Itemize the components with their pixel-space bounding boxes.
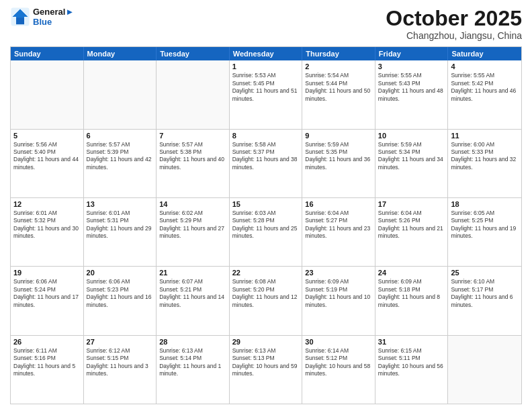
day-number: 8: [232, 132, 300, 140]
cell-info: Sunrise: 6:15 AMSunset: 5:11 PMDaylight:…: [378, 347, 443, 377]
day-number: 21: [159, 269, 226, 277]
calendar-cell-2-4: 16 Sunrise: 6:04 AMSunset: 5:27 PMDaylig…: [302, 198, 375, 266]
calendar-cell-3-2: 21 Sunrise: 6:07 AMSunset: 5:21 PMDaylig…: [157, 267, 230, 334]
calendar-cell-0-5: 3 Sunrise: 5:55 AMSunset: 5:43 PMDayligh…: [375, 60, 449, 128]
cell-info: Sunrise: 6:10 AMSunset: 5:17 PMDaylight:…: [451, 278, 513, 308]
calendar-header: Sunday Monday Tuesday Wednesday Thursday…: [11, 47, 521, 60]
day-number: 24: [378, 269, 445, 277]
logo-text: General► Blue: [33, 7, 74, 27]
calendar-cell-1-0: 5 Sunrise: 5:56 AMSunset: 5:40 PMDayligh…: [11, 130, 84, 197]
calendar-cell-1-3: 8 Sunrise: 5:58 AMSunset: 5:37 PMDayligh…: [230, 130, 303, 197]
logo-icon: [10, 7, 30, 27]
header-saturday: Saturday: [448, 47, 521, 60]
day-number: 13: [87, 200, 154, 208]
day-number: 17: [378, 200, 445, 208]
day-number: 9: [305, 132, 372, 140]
day-number: 31: [378, 338, 445, 346]
calendar-cell-0-6: 4 Sunrise: 5:55 AMSunset: 5:42 PMDayligh…: [448, 60, 521, 128]
calendar-cell-0-0: [11, 60, 84, 128]
header-wednesday: Wednesday: [230, 47, 303, 60]
cell-info: Sunrise: 5:53 AMSunset: 5:45 PMDaylight:…: [232, 72, 298, 101]
calendar-cell-1-6: 11 Sunrise: 6:00 AMSunset: 5:33 PMDaylig…: [448, 130, 521, 197]
header-sunday: Sunday: [11, 47, 84, 60]
day-number: 7: [159, 132, 226, 140]
day-number: 26: [13, 338, 81, 346]
cell-info: Sunrise: 6:09 AMSunset: 5:18 PMDaylight:…: [378, 278, 440, 308]
title-block: October 2025 Changzhou, Jiangsu, China: [386, 7, 522, 41]
cell-info: Sunrise: 6:13 AMSunset: 5:13 PMDaylight:…: [232, 347, 298, 377]
cell-info: Sunrise: 5:55 AMSunset: 5:42 PMDaylight:…: [451, 72, 516, 101]
header-monday: Monday: [84, 47, 157, 60]
day-number: 4: [451, 62, 519, 71]
cell-info: Sunrise: 6:03 AMSunset: 5:28 PMDaylight:…: [232, 210, 298, 239]
cell-info: Sunrise: 6:08 AMSunset: 5:20 PMDaylight:…: [232, 278, 298, 308]
day-number: 19: [13, 269, 81, 277]
cell-info: Sunrise: 6:05 AMSunset: 5:25 PMDaylight:…: [451, 210, 516, 239]
calendar-cell-3-3: 22 Sunrise: 6:08 AMSunset: 5:20 PMDaylig…: [230, 267, 303, 334]
cell-info: Sunrise: 5:56 AMSunset: 5:40 PMDaylight:…: [13, 141, 79, 171]
cell-info: Sunrise: 6:14 AMSunset: 5:12 PMDaylight:…: [305, 347, 370, 377]
calendar-row-0: 1 Sunrise: 5:53 AMSunset: 5:45 PMDayligh…: [11, 60, 521, 129]
calendar-cell-0-4: 2 Sunrise: 5:54 AMSunset: 5:44 PMDayligh…: [302, 60, 375, 128]
logo: General► Blue: [10, 7, 74, 27]
calendar-cell-4-0: 26 Sunrise: 6:11 AMSunset: 5:16 PMDaylig…: [11, 336, 84, 404]
calendar-row-4: 26 Sunrise: 6:11 AMSunset: 5:16 PMDaylig…: [11, 336, 521, 404]
day-number: 11: [451, 132, 519, 140]
cell-info: Sunrise: 6:13 AMSunset: 5:14 PMDaylight:…: [159, 347, 221, 377]
calendar-cell-2-0: 12 Sunrise: 6:01 AMSunset: 5:32 PMDaylig…: [11, 198, 84, 266]
page: General► Blue October 2025 Changzhou, Ji…: [0, 0, 532, 411]
day-number: 14: [159, 200, 226, 208]
calendar-cell-3-1: 20 Sunrise: 6:06 AMSunset: 5:23 PMDaylig…: [84, 267, 157, 334]
day-number: 6: [87, 132, 154, 140]
header-friday: Friday: [375, 47, 449, 60]
day-number: 3: [378, 62, 445, 71]
calendar-cell-4-3: 29 Sunrise: 6:13 AMSunset: 5:13 PMDaylig…: [230, 336, 303, 404]
calendar-body: 1 Sunrise: 5:53 AMSunset: 5:45 PMDayligh…: [11, 60, 521, 404]
calendar-cell-1-4: 9 Sunrise: 5:59 AMSunset: 5:35 PMDayligh…: [302, 130, 375, 197]
cell-info: Sunrise: 6:02 AMSunset: 5:29 PMDaylight:…: [159, 210, 224, 239]
header-thursday: Thursday: [302, 47, 375, 60]
calendar-cell-1-2: 7 Sunrise: 5:57 AMSunset: 5:38 PMDayligh…: [157, 130, 230, 197]
day-number: 29: [232, 338, 300, 346]
calendar-cell-4-6: [448, 336, 521, 404]
cell-info: Sunrise: 5:55 AMSunset: 5:43 PMDaylight:…: [378, 72, 443, 101]
cell-info: Sunrise: 6:00 AMSunset: 5:33 PMDaylight:…: [451, 141, 516, 171]
day-number: 25: [451, 269, 519, 277]
calendar-cell-3-5: 24 Sunrise: 6:09 AMSunset: 5:18 PMDaylig…: [375, 267, 449, 334]
calendar-row-2: 12 Sunrise: 6:01 AMSunset: 5:32 PMDaylig…: [11, 198, 521, 267]
day-number: 1: [232, 62, 300, 71]
calendar-cell-2-1: 13 Sunrise: 6:01 AMSunset: 5:31 PMDaylig…: [84, 198, 157, 266]
cell-info: Sunrise: 6:11 AMSunset: 5:16 PMDaylight:…: [13, 347, 75, 377]
calendar-cell-2-6: 18 Sunrise: 6:05 AMSunset: 5:25 PMDaylig…: [448, 198, 521, 266]
calendar-cell-1-5: 10 Sunrise: 5:59 AMSunset: 5:34 PMDaylig…: [375, 130, 449, 197]
cell-info: Sunrise: 5:59 AMSunset: 5:35 PMDaylight:…: [305, 141, 370, 171]
calendar-row-3: 19 Sunrise: 6:06 AMSunset: 5:24 PMDaylig…: [11, 267, 521, 335]
calendar-cell-2-3: 15 Sunrise: 6:03 AMSunset: 5:28 PMDaylig…: [230, 198, 303, 266]
calendar-cell-3-6: 25 Sunrise: 6:10 AMSunset: 5:17 PMDaylig…: [448, 267, 521, 334]
day-number: 28: [159, 338, 226, 346]
day-number: 5: [13, 132, 81, 140]
calendar-cell-1-1: 6 Sunrise: 5:57 AMSunset: 5:39 PMDayligh…: [84, 130, 157, 197]
day-number: 16: [305, 200, 372, 208]
header: General► Blue October 2025 Changzhou, Ji…: [10, 7, 522, 41]
day-number: 20: [87, 269, 154, 277]
calendar-row-1: 5 Sunrise: 5:56 AMSunset: 5:40 PMDayligh…: [11, 130, 521, 198]
cell-info: Sunrise: 6:06 AMSunset: 5:23 PMDaylight:…: [87, 278, 152, 308]
cell-info: Sunrise: 6:12 AMSunset: 5:15 PMDaylight:…: [87, 347, 148, 377]
calendar-cell-4-5: 31 Sunrise: 6:15 AMSunset: 5:11 PMDaylig…: [375, 336, 449, 404]
calendar-cell-3-4: 23 Sunrise: 6:09 AMSunset: 5:19 PMDaylig…: [302, 267, 375, 334]
cell-info: Sunrise: 6:06 AMSunset: 5:24 PMDaylight:…: [13, 278, 79, 308]
day-number: 30: [305, 338, 372, 346]
calendar-cell-0-3: 1 Sunrise: 5:53 AMSunset: 5:45 PMDayligh…: [230, 60, 303, 128]
cell-info: Sunrise: 5:57 AMSunset: 5:39 PMDaylight:…: [87, 141, 152, 171]
cell-info: Sunrise: 6:04 AMSunset: 5:27 PMDaylight:…: [305, 210, 370, 239]
day-number: 18: [451, 200, 519, 208]
day-number: 12: [13, 200, 81, 208]
cell-info: Sunrise: 6:07 AMSunset: 5:21 PMDaylight:…: [159, 278, 224, 308]
cell-info: Sunrise: 6:01 AMSunset: 5:32 PMDaylight:…: [13, 210, 79, 239]
location: Changzhou, Jiangsu, China: [386, 30, 522, 41]
calendar-cell-0-2: [157, 60, 230, 128]
cell-info: Sunrise: 5:59 AMSunset: 5:34 PMDaylight:…: [378, 141, 443, 171]
cell-info: Sunrise: 5:58 AMSunset: 5:37 PMDaylight:…: [232, 141, 298, 171]
day-number: 23: [305, 269, 372, 277]
